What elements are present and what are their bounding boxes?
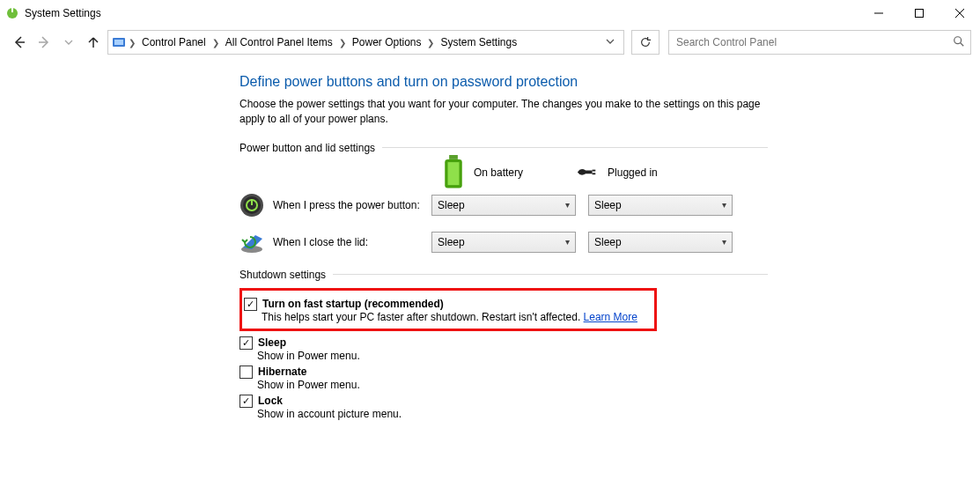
checkbox-row-hibernate: Hibernate Show in Power menu. [239,366,768,391]
section-rule [333,274,768,275]
section-rule [382,147,768,148]
svg-line-11 [961,42,964,46]
search-box[interactable] [668,30,971,55]
window: System Settings ❯ Control [0,0,980,480]
svg-rect-15 [593,170,596,172]
lock-checkbox[interactable] [239,395,253,408]
chevron-down-icon: ▾ [722,200,726,210]
close-lid-row-label: When I close the lid: [273,236,431,248]
sleep-checkbox[interactable] [239,336,253,350]
address-bar[interactable]: ❯ Control Panel ❯ All Control Panel Item… [107,30,624,55]
chevron-down-icon: ▾ [565,237,570,247]
chevron-right-icon: ❯ [338,38,347,48]
lock-desc: Show in account picture menu. [257,408,402,420]
hibernate-checkbox[interactable] [239,366,253,379]
close-lid-battery-select[interactable]: Sleep ▾ [431,232,576,253]
highlight-box: Turn on fast startup (recommended) This … [239,288,657,331]
breadcrumb-all-items[interactable]: All Control Panel Items [222,36,336,48]
sleep-desc: Show in Power menu. [257,350,360,362]
svg-rect-12 [449,155,458,159]
chevron-right-icon: ❯ [211,38,220,48]
close-button[interactable] [939,0,980,26]
maximize-button[interactable] [899,0,939,26]
fast-startup-label: Turn on fast startup (recommended) [262,298,444,310]
page-title: Define power buttons and turn on passwor… [239,74,768,90]
nav-bar: ❯ Control Panel ❯ All Control Panel Item… [0,26,980,58]
checkbox-row-fast-startup: Turn on fast startup (recommended) This … [244,298,649,323]
breadcrumb-control-panel[interactable]: Control Panel [138,36,210,48]
refresh-button[interactable] [631,30,659,55]
svg-rect-14 [448,162,460,185]
select-value: Sleep [594,236,622,248]
recent-locations-button[interactable] [58,32,79,53]
svg-rect-16 [593,174,596,175]
section-heading: Shutdown settings [239,269,326,281]
page-description: Choose the power settings that you want … [239,97,768,128]
select-value: Sleep [438,236,465,248]
fast-startup-desc: This helps start your PC faster after sh… [262,311,584,323]
learn-more-link[interactable]: Learn More [584,311,637,323]
close-lid-icon [239,230,264,255]
row-power-button: When I press the power button: Sleep ▾ S… [239,193,768,218]
minimize-button[interactable] [858,0,899,26]
hibernate-desc: Show in Power menu. [257,379,360,391]
battery-icon [442,161,465,184]
up-button[interactable] [83,32,104,53]
section-power-buttons: Power button and lid settings On battery… [239,142,768,255]
sleep-label: Sleep [258,336,286,349]
title-bar: System Settings [0,0,980,26]
svg-point-10 [954,36,962,43]
plugged-in-label: Plugged in [608,166,658,179]
close-lid-plugged-select[interactable]: Sleep ▾ [588,232,733,253]
search-input[interactable] [674,35,953,49]
power-column-headers: On battery Plugged in [239,161,768,184]
select-value: Sleep [594,199,622,211]
window-title: System Settings [25,7,101,19]
control-panel-icon [112,35,126,49]
section-heading: Power button and lid settings [239,142,375,154]
breadcrumb-power-options[interactable]: Power Options [349,36,425,48]
checkbox-row-sleep: Sleep Show in Power menu. [239,336,768,362]
power-button-row-label: When I press the power button: [273,199,431,211]
main-content: Define power buttons and turn on passwor… [0,58,768,420]
address-dropdown-button[interactable] [601,36,620,48]
chevron-down-icon: ▾ [565,200,570,210]
select-value: Sleep [438,199,465,211]
forward-button[interactable] [33,32,55,53]
chevron-down-icon: ▾ [722,237,726,247]
back-button[interactable] [9,32,30,53]
svg-rect-3 [916,10,924,18]
power-button-icon [239,193,264,218]
power-options-icon [5,6,19,20]
row-close-lid: When I close the lid: Sleep ▾ Sleep ▾ [239,230,768,255]
on-battery-label: On battery [474,166,523,179]
lock-label: Lock [258,395,283,407]
power-button-battery-select[interactable]: Sleep ▾ [431,195,576,216]
checkbox-row-lock: Lock Show in account picture menu. [239,395,768,420]
hibernate-label: Hibernate [258,366,306,378]
svg-rect-1 [11,8,13,12]
plug-icon [576,161,599,184]
power-button-plugged-select[interactable]: Sleep ▾ [588,195,733,216]
breadcrumb-system-settings[interactable]: System Settings [437,36,520,48]
chevron-right-icon: ❯ [426,38,435,48]
fast-startup-checkbox[interactable] [244,298,257,311]
svg-rect-9 [114,40,123,45]
search-icon[interactable] [953,35,965,50]
chevron-right-icon: ❯ [128,38,136,48]
section-shutdown-settings: Shutdown settings Turn on fast startup (… [239,269,768,420]
